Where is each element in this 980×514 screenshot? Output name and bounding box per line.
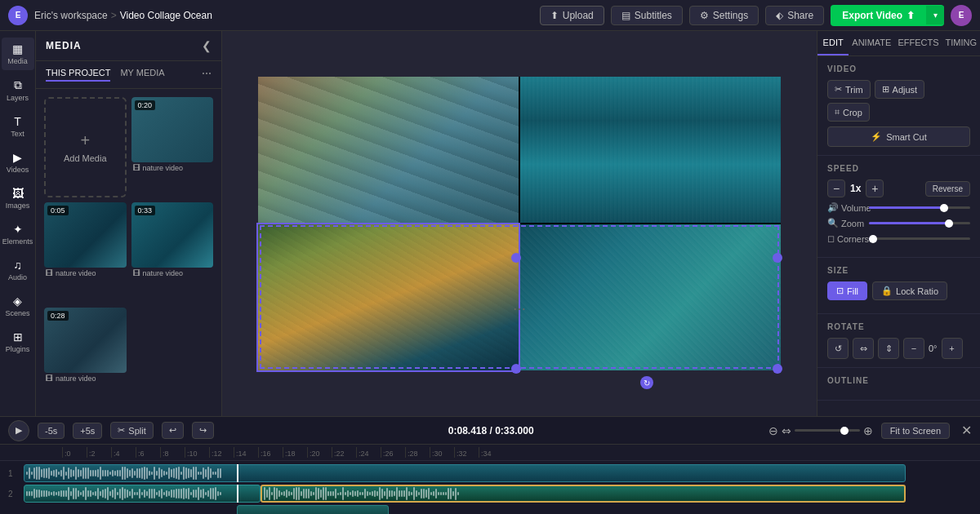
waveform-bar <box>26 472 28 475</box>
audio-icon: ♫ <box>13 259 22 272</box>
add-media-button[interactable]: + Add Media <box>44 97 127 197</box>
outline-section: OUTLINE <box>817 368 980 401</box>
sidebar-item-layers[interactable]: ⧉ Layers <box>2 73 34 107</box>
track-clip-2b[interactable] <box>261 485 905 503</box>
waveform-bar <box>357 490 359 497</box>
rotate-handle[interactable]: ↻ <box>640 376 653 389</box>
export-dropdown-arrow[interactable]: ▾ <box>926 6 944 24</box>
smart-cut-button[interactable]: ⚡ Smart Cut <box>827 126 970 147</box>
video-collage[interactable]: ↻ <box>258 77 781 370</box>
arrows-icon[interactable]: ⇔ <box>782 424 791 437</box>
sidebar-item-scenes[interactable]: ◈ Scenes <box>2 290 34 322</box>
lock-ratio-button[interactable]: 🔒 Lock Ratio <box>872 281 947 300</box>
reverse-button[interactable]: Reverse <box>925 181 970 197</box>
waveform-bar <box>283 491 285 496</box>
media-panel-close-button[interactable]: ❮ <box>202 39 212 52</box>
sidebar-item-media[interactable]: ▦ Media <box>2 38 34 70</box>
flip-v-button[interactable]: ⇕ <box>878 338 899 359</box>
zoom-in-icon[interactable]: ⊕ <box>863 424 873 437</box>
waveform-bar <box>29 491 30 495</box>
fit-screen-button[interactable]: Fit to Screen <box>881 423 950 439</box>
waveform-bar <box>90 470 91 476</box>
tab-timing[interactable]: TIMING <box>942 31 981 55</box>
zoom-out-icon[interactable]: ⊖ <box>768 424 778 437</box>
track-clip-3[interactable] <box>237 505 389 514</box>
zoom-slider[interactable] <box>869 222 970 224</box>
flip-h-button[interactable]: ⇔ <box>853 338 874 359</box>
resize-handle-br[interactable] <box>773 364 782 374</box>
crop-button[interactable]: ⌗ Crop <box>827 103 870 122</box>
ruler-mark: :14 <box>234 447 258 458</box>
resize-handle-bl[interactable] <box>511 364 521 374</box>
tab-this-project[interactable]: THIS PROJECT <box>46 68 110 82</box>
rotate-ccw-button[interactable]: ↺ <box>827 338 849 359</box>
minus5-button[interactable]: -5s <box>38 423 65 439</box>
user-avatar[interactable]: E <box>951 5 972 26</box>
sidebar-item-audio[interactable]: ♫ Audio <box>2 254 34 286</box>
export-main[interactable]: Export Video ⬆ <box>831 5 926 26</box>
zoom-thumb[interactable] <box>840 427 849 435</box>
collage-cell-4[interactable] <box>520 224 781 370</box>
settings-button[interactable]: ⚙ Settings <box>689 6 759 25</box>
sidebar-item-elements[interactable]: ✦ Elements <box>2 218 34 250</box>
tab-animate[interactable]: ANIMATE <box>849 31 894 55</box>
collage-cell-2[interactable] <box>520 77 781 223</box>
split-button[interactable]: ✂ Split <box>110 422 153 439</box>
volume-thumb[interactable] <box>940 204 948 212</box>
plus5-button[interactable]: +5s <box>73 423 102 439</box>
track-clip-2a[interactable] <box>24 485 261 503</box>
media-thumb-4[interactable]: 0:28 🎞 nature video <box>44 308 127 408</box>
images-icon: 🖼 <box>12 187 24 200</box>
subtitles-button[interactable]: ▤ Subtitles <box>611 6 683 25</box>
adjust-button[interactable]: ⊞ Adjust <box>875 80 925 99</box>
volume-slider[interactable] <box>869 206 970 209</box>
sidebar-item-plugins[interactable]: ⊞ Plugins <box>2 326 34 358</box>
waveform-bar <box>31 472 33 475</box>
track-content-2[interactable] <box>24 485 972 503</box>
tab-my-media[interactable]: MY MEDIA <box>120 68 164 82</box>
track-content-3[interactable] <box>24 505 972 514</box>
waveform-bar <box>266 490 268 498</box>
sidebar-item-text[interactable]: T Text <box>2 110 34 143</box>
rotate-plus-button[interactable]: + <box>942 338 963 359</box>
resize-handle-tl[interactable] <box>511 253 521 263</box>
collage-cell-1[interactable] <box>258 77 519 223</box>
rotate-minus-button[interactable]: − <box>903 338 924 359</box>
media-thumb-2[interactable]: 0:05 🎞 nature video <box>44 202 127 303</box>
speed-plus-button[interactable]: + <box>866 179 884 197</box>
sidebar-item-videos[interactable]: ▶ Videos <box>2 146 34 179</box>
collage-cell-3[interactable] <box>258 224 519 370</box>
corners-thumb[interactable] <box>869 235 877 243</box>
videos-icon: ▶ <box>13 151 22 164</box>
export-button[interactable]: Export Video ⬆ ▾ <box>831 5 944 26</box>
film-icon-2: 🎞 <box>46 269 53 277</box>
media-more-options[interactable]: ⋯ <box>202 68 212 82</box>
zoom-thumb[interactable] <box>945 219 953 228</box>
media-thumb-3[interactable]: 0:33 🎞 nature video <box>131 202 214 303</box>
canvas-expand-handle[interactable]: ⋯ <box>513 301 526 317</box>
tab-effects[interactable]: EFFECTS <box>894 31 942 55</box>
redo-button[interactable]: ↪ <box>192 422 214 439</box>
undo-button[interactable]: ↩ <box>162 422 184 439</box>
upload-button[interactable]: ⬆ Upload <box>540 6 604 25</box>
trim-button[interactable]: ✂ Trim <box>827 80 871 99</box>
share-button[interactable]: ⬖ Share <box>765 6 824 25</box>
fill-button[interactable]: ⊡ Fill <box>827 281 867 300</box>
sidebar-item-images[interactable]: 🖼 Images <box>2 182 34 215</box>
waveform-bar <box>376 491 378 497</box>
timeline-close-button[interactable]: ✕ <box>961 423 972 438</box>
play-button[interactable]: ▶ <box>8 420 29 441</box>
speed-minus-button[interactable]: − <box>827 179 845 197</box>
waveform-bar <box>161 489 163 498</box>
track-clip-1[interactable] <box>24 464 906 482</box>
workspace-link[interactable]: Eric's workspace <box>34 10 108 21</box>
corners-slider[interactable] <box>869 237 970 240</box>
size-section-title: SIZE <box>827 266 970 275</box>
waveform-3 <box>238 506 241 514</box>
ruler-mark: :28 <box>405 447 430 458</box>
tab-edit[interactable]: EDIT <box>817 31 849 55</box>
zoom-slider[interactable] <box>795 429 860 432</box>
resize-handle-tr[interactable] <box>773 253 782 263</box>
media-thumb-1[interactable]: 0:20 🎞 nature video <box>131 97 214 197</box>
track-content-1[interactable] <box>24 464 972 482</box>
